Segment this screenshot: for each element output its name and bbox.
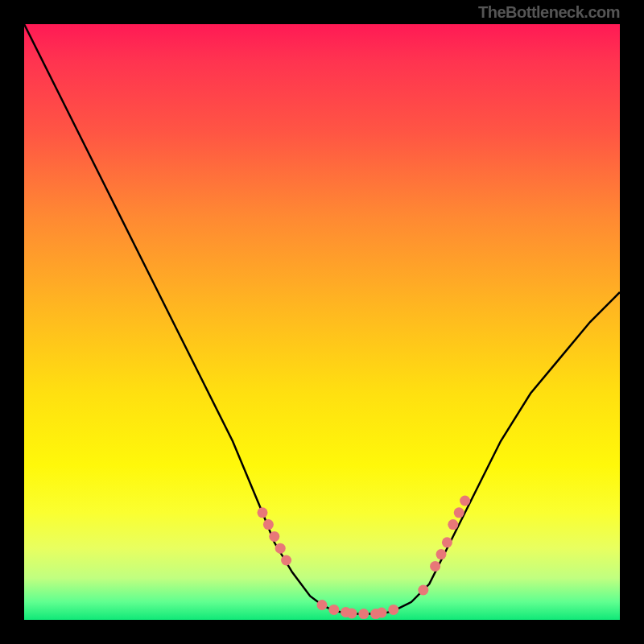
curve-marker: [418, 585, 428, 596]
curve-svg: [24, 24, 620, 620]
curve-marker: [263, 519, 274, 530]
curve-marker: [269, 531, 279, 542]
curve-marker: [454, 507, 464, 518]
curve-marker: [347, 608, 357, 618]
curve-marker: [460, 496, 470, 506]
plot-area: [24, 24, 620, 620]
curve-marker: [258, 507, 268, 518]
curve-marker: [436, 549, 447, 559]
curve-marker: [275, 543, 286, 554]
curve-marker: [448, 519, 458, 530]
curve-marker: [328, 605, 339, 615]
attribution-text: TheBottleneck.com: [478, 3, 620, 22]
curve-marker: [377, 608, 387, 618]
curve-marker: [388, 605, 398, 615]
curve-marker: [317, 600, 328, 610]
curve-marker: [442, 537, 452, 547]
curve-marker: [281, 555, 291, 566]
bottleneck-curve: [24, 24, 620, 614]
curve-marker: [430, 561, 440, 572]
chart-frame: TheBottleneck.com: [0, 0, 644, 644]
curve-marker: [358, 609, 369, 619]
